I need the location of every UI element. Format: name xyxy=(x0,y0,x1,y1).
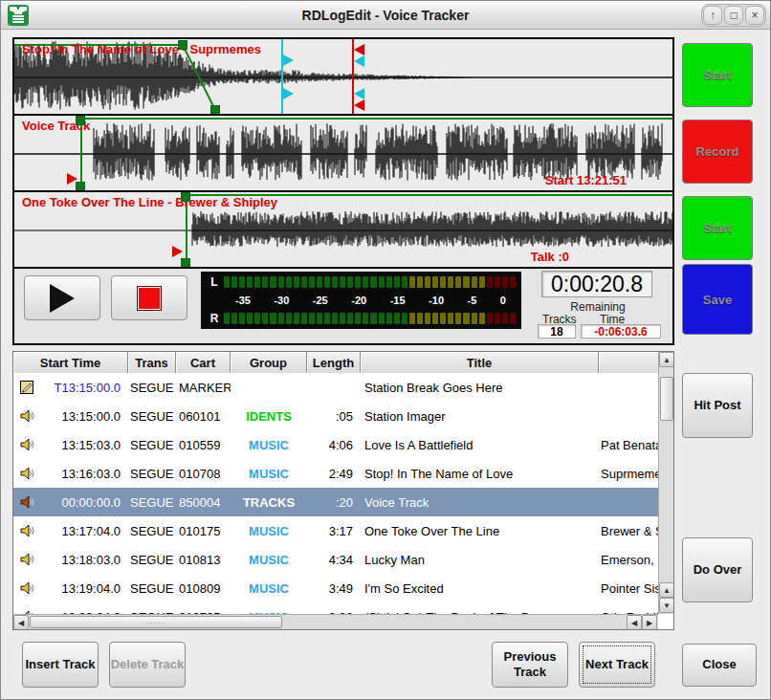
table-row[interactable]: 13:17:04.0 SEGUE 010175 MUSIC 3:17 One T… xyxy=(13,516,658,545)
next-track-button[interactable]: Next Track xyxy=(579,642,655,688)
cell-trans: SEGUE xyxy=(128,553,176,567)
table-row[interactable]: 13:18:03.0 SEGUE 010813 MUSIC 4:34 Lucky… xyxy=(13,545,658,574)
cell-group: MUSIC xyxy=(231,438,307,452)
header-title[interactable]: Title xyxy=(361,352,599,373)
cell-trans: SEGUE xyxy=(128,381,176,395)
table-row-selected[interactable]: 00:00:00.0 SEGUE 850004 TRACKS :20 Voice… xyxy=(13,488,658,516)
scroll-left-icon[interactable]: ◀ xyxy=(13,615,29,630)
track-2-start-time: Start 13:21:51 xyxy=(545,173,627,187)
end-marker-icon[interactable] xyxy=(354,44,364,55)
remaining-label: Remaining xyxy=(536,300,660,314)
cell-title: I'm So Excited xyxy=(361,581,599,596)
previous-track-button[interactable]: Previous Track xyxy=(492,642,568,688)
start-handle-icon[interactable] xyxy=(181,258,190,268)
vertical-scroll-thumb[interactable] xyxy=(660,377,673,421)
segue-end-marker-icon[interactable] xyxy=(354,88,364,99)
cell-group: MUSIC xyxy=(231,467,307,481)
scale-tick: -5 xyxy=(468,295,477,306)
start-track1-button[interactable]: Start xyxy=(682,43,753,107)
save-button[interactable]: Save xyxy=(682,264,753,335)
record-button[interactable]: Record xyxy=(682,120,753,184)
waveform-track-1[interactable]: Stop! In The Name of Love - Suprmemes xyxy=(14,39,672,116)
scale-tick: -30 xyxy=(274,295,289,306)
vertical-scrollbar[interactable]: ▲ ▲ ▼ xyxy=(658,352,673,614)
cell-start-time: 13:15:03.0 xyxy=(40,438,128,452)
segue-end-marker-icon[interactable] xyxy=(354,55,364,67)
speaker-icon xyxy=(13,437,40,452)
play-button[interactable] xyxy=(24,275,100,320)
horizontal-scrollbar[interactable]: ◀ ····· ◀ ▶ xyxy=(13,614,658,629)
table-row[interactable]: 13:15:03.0 SEGUE 010559 MUSIC 4:06 Love … xyxy=(13,430,658,459)
cell-group: IDENTS xyxy=(231,409,307,424)
cell-length: 3:17 xyxy=(307,524,361,538)
cell-artist: Pointer Sisters xyxy=(599,581,658,596)
horizontal-scroll-thumb[interactable]: ····· xyxy=(30,616,282,628)
hit-post-button[interactable]: Hit Post xyxy=(682,373,753,438)
segue-marker-icon[interactable] xyxy=(283,88,294,99)
table-row[interactable]: 13:19:04.0 SEGUE 010809 MUSIC 3:49 I'm S… xyxy=(13,574,658,602)
fade-handle-icon[interactable] xyxy=(210,105,220,115)
cell-cart: 010809 xyxy=(176,581,231,596)
cell-start-time: T13:15:00.0 xyxy=(40,381,128,395)
scale-tick: -20 xyxy=(351,295,366,306)
cell-cart: 010175 xyxy=(176,524,231,538)
scale-tick: -35 xyxy=(235,295,251,306)
close-window-icon[interactable]: × xyxy=(745,6,764,25)
table-row[interactable]: T13:15:00.0 SEGUE MARKER Station Break G… xyxy=(13,373,658,402)
header-trans[interactable]: Trans xyxy=(128,352,176,373)
cell-artist: Suprmemes xyxy=(599,467,658,481)
stop-button[interactable] xyxy=(111,275,187,320)
log-table: Start Time Trans Cart Group Length Title… xyxy=(12,351,674,630)
play-position-icon[interactable] xyxy=(67,173,77,185)
waveform-track-2[interactable]: Voice Track Start 13:21:51 xyxy=(14,116,672,192)
header-artist[interactable] xyxy=(599,352,659,373)
speaker-icon xyxy=(13,552,40,567)
meter-right-label: R xyxy=(205,312,224,325)
do-over-button[interactable]: Do Over xyxy=(682,537,753,602)
cell-start-time: 13:18:03.0 xyxy=(40,553,128,567)
fade-handle-icon[interactable] xyxy=(178,40,187,50)
cell-start-time: 13:15:00.0 xyxy=(40,409,128,424)
cell-cart: 010559 xyxy=(176,438,231,452)
waveform-track-3[interactable]: One Toke Over The Line - Brewer & Shiple… xyxy=(14,192,672,269)
start-handle-icon[interactable] xyxy=(76,116,85,125)
table-row[interactable]: 13:20:04.0 SEGUE 010705 MUSIC 3:36 (Sitt… xyxy=(13,602,658,614)
window-controls: ↑ □ × xyxy=(701,4,766,27)
start-track3-button[interactable]: Start xyxy=(682,196,753,260)
cell-artist: Brewer & Shipley xyxy=(599,524,658,538)
scroll-down-icon[interactable]: ▼ xyxy=(659,598,674,613)
shade-window-icon[interactable]: ↑ xyxy=(703,6,722,25)
time-remaining-value: -0:06:03.6 xyxy=(581,324,661,339)
maximize-window-icon[interactable]: □ xyxy=(724,6,743,25)
cell-length: 4:34 xyxy=(307,553,361,567)
table-row[interactable]: 13:15:00.0 SEGUE 060101 IDENTS :05 Stati… xyxy=(13,402,658,430)
header-length[interactable]: Length xyxy=(307,352,361,373)
segue-marker-icon[interactable] xyxy=(283,55,294,66)
cell-cart: 010813 xyxy=(176,553,231,567)
end-marker-icon[interactable] xyxy=(354,99,364,111)
start-handle-icon[interactable] xyxy=(181,192,190,202)
cell-cart: 850004 xyxy=(176,495,231,510)
track-1-title: Stop! In The Name of Love - Suprmemes xyxy=(22,42,261,56)
track-3-title: One Toke Over The Line - Brewer & Shiple… xyxy=(22,195,277,209)
scroll-left-icon[interactable]: ◀ xyxy=(627,615,642,630)
scroll-right-icon[interactable]: ▶ xyxy=(642,615,657,630)
play-position-icon[interactable] xyxy=(172,246,183,257)
table-row[interactable]: 13:16:03.0 SEGUE 010708 MUSIC 2:49 Stop!… xyxy=(13,459,658,488)
cell-trans: SEGUE xyxy=(128,524,176,538)
header-cart[interactable]: Cart xyxy=(176,352,231,373)
cell-cart: 060101 xyxy=(176,409,231,424)
header-group[interactable]: Group xyxy=(231,352,307,373)
scroll-up-icon[interactable]: ▲ xyxy=(659,582,674,598)
cell-title: Station Imager xyxy=(361,409,599,424)
titlebar: RDLogEdit - Voice Tracker ↑ □ × xyxy=(1,1,770,30)
header-start-time[interactable]: Start Time xyxy=(13,352,128,373)
insert-track-button[interactable]: Insert Track xyxy=(22,642,99,688)
cell-cart: MARKER xyxy=(176,381,231,395)
cell-group: MUSIC xyxy=(231,524,307,538)
delete-track-button[interactable]: Delete Track xyxy=(109,642,186,688)
close-button[interactable]: Close xyxy=(682,644,757,687)
scroll-up-icon[interactable]: ▲ xyxy=(659,352,674,367)
cell-start-time: 13:19:04.0 xyxy=(40,581,128,596)
table-body: T13:15:00.0 SEGUE MARKER Station Break G… xyxy=(13,373,658,614)
